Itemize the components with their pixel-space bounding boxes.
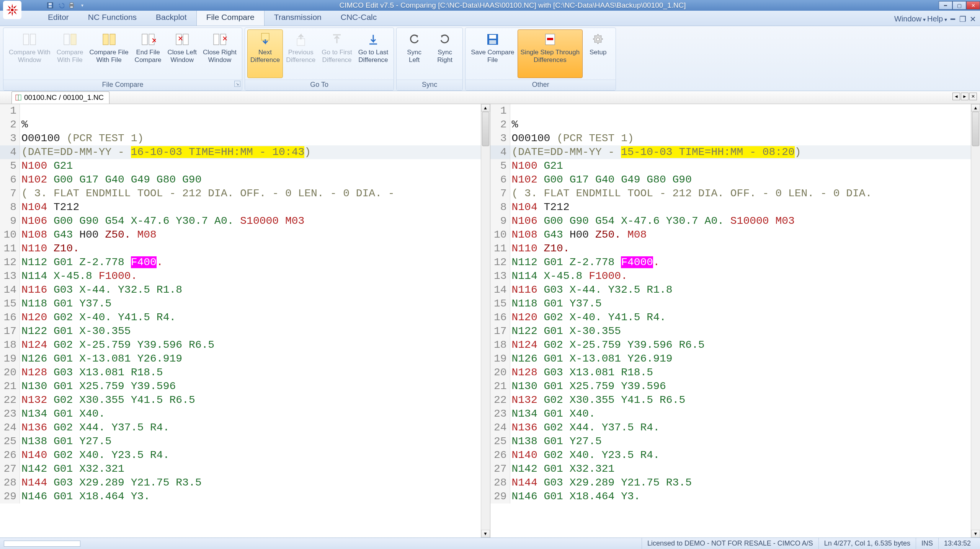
- code-line[interactable]: 18N124 G02 X-25.759 Y39.596 R6.5: [490, 338, 980, 352]
- code-line[interactable]: 25N138 G01 Y27.5: [0, 435, 490, 448]
- savecmp-button[interactable]: Save CompareFile: [468, 29, 517, 78]
- code-line[interactable]: 20N128 G03 X13.081 R18.5: [490, 366, 980, 380]
- code-line[interactable]: 1: [490, 104, 980, 118]
- code-line[interactable]: 14N116 G03 X-44. Y32.5 R1.8: [0, 283, 490, 297]
- code-line[interactable]: 13N114 X-45.8 F1000.: [490, 269, 980, 283]
- left-scrollbar[interactable]: ▲ ▼: [481, 104, 490, 538]
- ribbon-tab-cnc-calc[interactable]: CNC-Calc: [331, 10, 387, 26]
- code-line[interactable]: 11N110 Z10.: [0, 242, 490, 256]
- code-line[interactable]: 27N142 G01 X32.321: [0, 462, 490, 476]
- code-line[interactable]: 21N130 G01 X25.759 Y39.596: [0, 380, 490, 393]
- window-menu[interactable]: Window: [894, 15, 926, 23]
- ribbon-tab-file-compare[interactable]: File Compare: [196, 9, 265, 26]
- ribbon-tab-nc-functions[interactable]: NC Functions: [78, 10, 146, 26]
- code-line[interactable]: 19N126 G01 X-13.081 Y26.919: [0, 352, 490, 366]
- code-line[interactable]: 2%: [490, 118, 980, 132]
- code-line[interactable]: 15N118 G01 Y37.5: [0, 297, 490, 311]
- code-line[interactable]: 1: [0, 104, 490, 118]
- code-line[interactable]: 28N144 G03 X29.289 Y21.75 R3.5: [490, 476, 980, 490]
- code-line[interactable]: 4(DATE=DD-MM-YY - 15-10-03 TIME=HH:MM - …: [490, 145, 980, 159]
- code-line[interactable]: 9N106 G00 G90 G54 X-47.6 Y30.7 A0. S1000…: [0, 214, 490, 228]
- scroll-up-icon[interactable]: ▲: [971, 104, 980, 112]
- code-line[interactable]: 17N122 G01 X-30.355: [0, 324, 490, 338]
- code-line[interactable]: 21N130 G01 X25.759 Y39.596: [490, 380, 980, 393]
- code-line[interactable]: 24N136 G02 X44. Y37.5 R4.: [490, 421, 980, 435]
- endcmp-button[interactable]: ✕End FileCompare: [132, 29, 165, 78]
- qat-dropdown-icon[interactable]: ▾: [78, 1, 87, 10]
- code-line[interactable]: 29N146 G01 X18.464 Y3.: [490, 490, 980, 503]
- code-line[interactable]: 7( 3. FLAT ENDMILL TOOL - 212 DIA. OFF. …: [0, 187, 490, 200]
- code-line[interactable]: 11N110 Z10.: [490, 242, 980, 256]
- code-line[interactable]: 8N104 T212: [0, 200, 490, 214]
- code-line[interactable]: 22N132 G02 X30.355 Y41.5 R6.5: [490, 393, 980, 407]
- code-line[interactable]: 14N116 G03 X-44. Y32.5 R1.8: [490, 283, 980, 297]
- code-line[interactable]: 24N136 G02 X44. Y37.5 R4.: [0, 421, 490, 435]
- code-line[interactable]: 19N126 G01 X-13.081 Y26.919: [490, 352, 980, 366]
- code-line[interactable]: 12N112 G01 Z-2.778 F4000.: [490, 256, 980, 269]
- minimize-button[interactable]: ━: [939, 1, 952, 10]
- scroll-up-icon[interactable]: ▲: [481, 104, 490, 112]
- code-line[interactable]: 6N102 G00 G17 G40 G49 G80 G90: [490, 173, 980, 187]
- code-line[interactable]: 29N146 G01 X18.464 Y3.: [0, 490, 490, 503]
- code-line[interactable]: 25N138 G01 Y27.5: [490, 435, 980, 448]
- ribbon-tab-backplot[interactable]: Backplot: [146, 10, 196, 26]
- scroll-down-icon[interactable]: ▼: [971, 530, 980, 538]
- code-line[interactable]: 7( 3. FLAT ENDMILL TOOL - 212 DIA. OFF. …: [490, 187, 980, 200]
- document-tab[interactable]: 00100.NC / 00100_1.NC: [11, 91, 109, 104]
- code-line[interactable]: 4(DATE=DD-MM-YY - 16-10-03 TIME=HH:MM - …: [0, 145, 490, 159]
- scroll-thumb[interactable]: [972, 112, 979, 146]
- undo-icon[interactable]: [57, 1, 65, 10]
- code-line[interactable]: 26N140 G02 X40. Y23.5 R4.: [0, 448, 490, 462]
- code-line[interactable]: 8N104 T212: [490, 200, 980, 214]
- right-scrollbar[interactable]: ▲ ▼: [971, 104, 980, 538]
- code-line[interactable]: 15N118 G01 Y37.5: [490, 297, 980, 311]
- right-editor-pane[interactable]: 12%3O00100 (PCR TEST 1)4(DATE=DD-MM-YY -…: [490, 104, 980, 538]
- mdi-minimize-icon[interactable]: ━: [949, 15, 957, 23]
- code-line[interactable]: 17N122 G01 X-30.355: [490, 324, 980, 338]
- code-line[interactable]: 9N106 G00 G90 G54 X-47.6 Y30.7 A0. S1000…: [490, 214, 980, 228]
- code-line[interactable]: 3O00100 (PCR TEST 1): [490, 132, 980, 145]
- code-line[interactable]: 12N112 G01 Z-2.778 F400.: [0, 256, 490, 269]
- code-line[interactable]: 3O00100 (PCR TEST 1): [0, 132, 490, 145]
- save-icon[interactable]: [46, 1, 54, 10]
- code-line[interactable]: 10N108 G43 H00 Z50. M08: [0, 228, 490, 242]
- code-line[interactable]: 20N128 G03 X13.081 R18.5: [0, 366, 490, 380]
- step-button[interactable]: Single Step ThroughDifferences: [518, 29, 583, 78]
- maximize-button[interactable]: ▢: [952, 1, 966, 10]
- scroll-down-icon[interactable]: ▼: [481, 530, 490, 538]
- code-line[interactable]: 16N120 G02 X-40. Y41.5 R4.: [0, 311, 490, 324]
- closel-button[interactable]: ✕Close LeftWindow: [165, 29, 200, 78]
- tab-close-icon[interactable]: ✕: [969, 93, 977, 100]
- next-button[interactable]: NextDifference: [247, 29, 283, 78]
- code-line[interactable]: 28N144 G03 X29.289 Y21.75 R3.5: [0, 476, 490, 490]
- setup-button[interactable]: Setup: [583, 29, 613, 78]
- code-line[interactable]: 10N108 G43 H00 Z50. M08: [490, 228, 980, 242]
- code-line[interactable]: 27N142 G01 X32.321: [490, 462, 980, 476]
- ribbon-tab-editor[interactable]: Editor: [38, 10, 78, 26]
- code-line[interactable]: 6N102 G00 G17 G40 G49 G80 G90: [0, 173, 490, 187]
- tab-next-icon[interactable]: ►: [961, 93, 969, 100]
- code-line[interactable]: 23N134 G01 X40.: [0, 407, 490, 421]
- scroll-thumb[interactable]: [482, 112, 489, 146]
- cmpfilewf-button[interactable]: Compare FileWith File: [87, 29, 132, 78]
- code-line[interactable]: 26N140 G02 X40. Y23.5 R4.: [490, 448, 980, 462]
- print-icon[interactable]: [67, 1, 76, 10]
- mdi-restore-icon[interactable]: ❐: [959, 15, 967, 23]
- help-menu[interactable]: Help: [927, 15, 947, 23]
- code-line[interactable]: 16N120 G02 X-40. Y41.5 R4.: [490, 311, 980, 324]
- code-line[interactable]: 2%: [0, 118, 490, 132]
- syncl-button[interactable]: SyncLeft: [399, 29, 430, 78]
- left-code[interactable]: 12%3O00100 (PCR TEST 1)4(DATE=DD-MM-YY -…: [0, 104, 490, 538]
- tab-prev-icon[interactable]: ◄: [952, 93, 960, 100]
- code-line[interactable]: 5N100 G21: [490, 159, 980, 173]
- left-editor-pane[interactable]: 12%3O00100 (PCR TEST 1)4(DATE=DD-MM-YY -…: [0, 104, 490, 538]
- right-code[interactable]: 12%3O00100 (PCR TEST 1)4(DATE=DD-MM-YY -…: [490, 104, 980, 538]
- code-line[interactable]: 5N100 G21: [0, 159, 490, 173]
- syncr-button[interactable]: SyncRight: [430, 29, 460, 78]
- closer-button[interactable]: ✕Close RightWindow: [200, 29, 240, 78]
- code-line[interactable]: 18N124 G02 X-25.759 Y39.596 R6.5: [0, 338, 490, 352]
- last-button[interactable]: Go to LastDifference: [355, 29, 391, 78]
- group-launcher-icon[interactable]: ↘: [234, 81, 240, 87]
- mdi-close-icon[interactable]: ✕: [969, 15, 977, 23]
- code-line[interactable]: 13N114 X-45.8 F1000.: [0, 269, 490, 283]
